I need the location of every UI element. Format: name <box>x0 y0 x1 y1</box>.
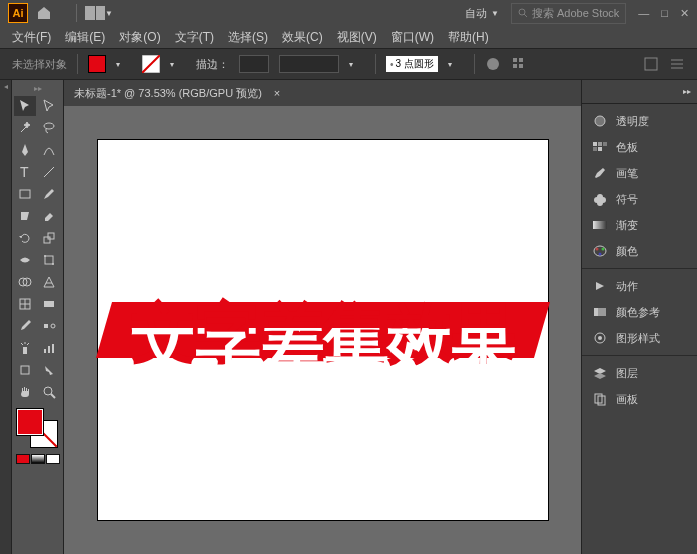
menu-type[interactable]: 文字(T) <box>175 29 214 46</box>
brush-definition[interactable]: •3 点圆形 <box>386 56 438 72</box>
blend-tool[interactable] <box>38 316 60 336</box>
magic-wand-tool[interactable] <box>14 118 36 138</box>
fill-color-swatch[interactable] <box>88 55 106 73</box>
chevron-down-icon[interactable]: ▾ <box>116 60 120 69</box>
svg-rect-50 <box>594 308 598 316</box>
chevron-down-icon[interactable]: ▼ <box>491 9 499 18</box>
tool-collapse-strip[interactable]: ◂ <box>0 80 12 554</box>
panel-artboards[interactable]: 画板 <box>582 386 697 412</box>
stroke-weight-input[interactable] <box>239 55 269 73</box>
menu-select[interactable]: 选择(S) <box>228 29 268 46</box>
chevron-down-icon[interactable]: ▾ <box>349 60 353 69</box>
document-tab[interactable]: 未标题-1* @ 73.53% (RGB/GPU 预览) <box>74 86 262 101</box>
tab-close-button[interactable]: × <box>274 87 280 99</box>
type-tool[interactable]: T <box>14 162 36 182</box>
selection-tool[interactable] <box>14 96 36 116</box>
artboard[interactable]: 文字差集效果 <box>98 140 548 520</box>
panel-color[interactable]: 颜色 <box>582 238 697 264</box>
gradient-mode[interactable] <box>31 454 45 464</box>
lasso-tool[interactable] <box>38 118 60 138</box>
perspective-tool[interactable] <box>38 272 60 292</box>
minimize-button[interactable]: — <box>638 7 649 20</box>
svg-rect-28 <box>44 324 48 328</box>
panel-menu-icon[interactable] <box>669 56 685 72</box>
fill-mode[interactable] <box>16 454 30 464</box>
color-picker[interactable] <box>14 408 61 452</box>
svg-rect-27 <box>44 301 54 307</box>
line-tool[interactable] <box>38 162 60 182</box>
artboard-tool[interactable] <box>14 360 36 380</box>
eyedropper-tool[interactable] <box>14 316 36 336</box>
panel-symbols[interactable]: 符号 <box>582 186 697 212</box>
direct-selection-tool[interactable] <box>38 96 60 116</box>
svg-line-36 <box>51 394 55 398</box>
rotate-tool[interactable] <box>14 228 36 248</box>
symbol-sprayer-tool[interactable] <box>14 338 36 358</box>
maximize-button[interactable]: □ <box>661 7 668 20</box>
close-button[interactable]: ✕ <box>680 7 689 20</box>
pen-tool[interactable] <box>14 140 36 160</box>
color-mode-swatches <box>14 454 61 464</box>
paintbrush-tool[interactable] <box>38 184 60 204</box>
width-tool[interactable] <box>14 250 36 270</box>
mesh-tool[interactable] <box>14 294 36 314</box>
none-mode[interactable] <box>46 454 60 464</box>
graph-tool[interactable] <box>38 338 60 358</box>
home-icon[interactable] <box>36 5 52 21</box>
chevron-down-icon[interactable]: ▾ <box>170 60 174 69</box>
menu-effect[interactable]: 效果(C) <box>282 29 323 46</box>
transform-icon[interactable] <box>643 56 659 72</box>
curvature-tool[interactable] <box>38 140 60 160</box>
gradient-tool[interactable] <box>38 294 60 314</box>
panel-actions[interactable]: 动作 <box>582 273 697 299</box>
menu-view[interactable]: 视图(V) <box>337 29 377 46</box>
document-tab-strip: 未标题-1* @ 73.53% (RGB/GPU 预览) × <box>64 80 581 106</box>
foreground-color[interactable] <box>16 408 44 436</box>
app-logo: Ai <box>8 3 28 23</box>
align-icon[interactable] <box>511 56 527 72</box>
panel-color-guide[interactable]: 颜色参考 <box>582 299 697 325</box>
shaper-tool[interactable] <box>14 206 36 226</box>
shape-builder-tool[interactable] <box>14 272 36 292</box>
opacity-icon[interactable] <box>485 56 501 72</box>
hand-tool[interactable] <box>14 382 36 402</box>
search-stock-field[interactable]: 搜索 Adobe Stock <box>511 3 626 24</box>
layout-arrange-button[interactable] <box>85 6 105 20</box>
stroke-color-swatch[interactable] <box>142 55 160 73</box>
rectangle-tool[interactable] <box>14 184 36 204</box>
stroke-style-dropdown[interactable] <box>279 55 339 73</box>
menu-window[interactable]: 窗口(W) <box>391 29 434 46</box>
canvas-viewport[interactable]: 文字差集效果 <box>64 106 581 554</box>
menu-edit[interactable]: 编辑(E) <box>65 29 105 46</box>
menu-object[interactable]: 对象(O) <box>119 29 160 46</box>
svg-rect-33 <box>52 344 54 353</box>
panel-separator <box>582 268 697 269</box>
menu-help[interactable]: 帮助(H) <box>448 29 489 46</box>
svg-rect-30 <box>23 347 27 354</box>
panel-transparency[interactable]: 透明度 <box>582 108 697 134</box>
collapse-panels-icon[interactable]: ▸▸ <box>683 87 691 96</box>
zoom-tool[interactable] <box>38 382 60 402</box>
panel-swatches[interactable]: 色板 <box>582 134 697 160</box>
panel-gradient[interactable]: 渐变 <box>582 212 697 238</box>
scale-tool[interactable] <box>38 228 60 248</box>
titlebar: Ai ▼ 自动 ▼ 搜索 Adobe Stock — □ ✕ <box>0 0 697 26</box>
divider <box>77 54 78 74</box>
chevron-down-icon[interactable]: ▾ <box>448 60 452 69</box>
panel-graphic-styles[interactable]: 图形样式 <box>582 325 697 351</box>
workspace-label[interactable]: 自动 <box>465 6 487 21</box>
slice-tool[interactable] <box>38 360 60 380</box>
svg-point-46 <box>596 248 599 251</box>
svg-rect-16 <box>20 190 30 198</box>
free-transform-tool[interactable] <box>38 250 60 270</box>
toolbox-collapse[interactable]: ▸▸ <box>14 84 61 93</box>
menu-file[interactable]: 文件(F) <box>12 29 51 46</box>
eraser-tool[interactable] <box>38 206 60 226</box>
chevron-down-icon[interactable]: ▼ <box>105 9 113 18</box>
panel-brushes[interactable]: 画笔 <box>582 160 697 186</box>
artwork-text[interactable]: 文字差集效果 <box>98 288 548 378</box>
workspace: ◂ ▸▸ T 未标题-1* @ 73.53% (RGB/GPU 预览) × <box>0 80 697 554</box>
svg-rect-17 <box>44 237 50 243</box>
panel-layers[interactable]: 图层 <box>582 360 697 386</box>
panel-separator <box>582 355 697 356</box>
